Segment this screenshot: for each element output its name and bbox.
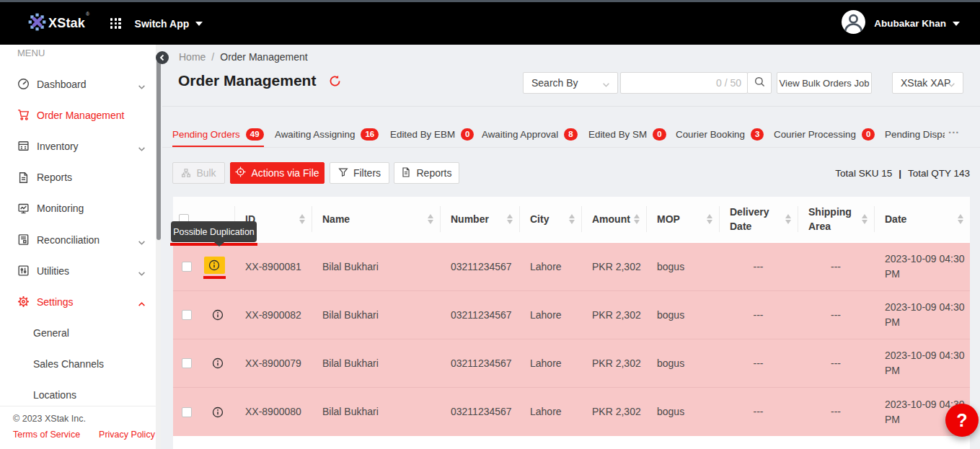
tab-courier-booking[interactable]: Courier Booking 3 [676,121,764,148]
terms-of-service-link[interactable]: Terms of Service [13,430,80,440]
column-header-shipping-area[interactable]: Shipping Area [798,197,874,241]
cell-number: 03211234567 [440,339,519,387]
sidebar-item-reports[interactable]: Reports [0,162,156,193]
more-tabs-button[interactable]: ... [948,123,960,135]
sort-icon[interactable] [566,214,575,224]
sidebar-item-order-management[interactable]: Order Management [0,99,156,130]
sidebar-item-reconciliation[interactable]: Reconciliation [0,224,156,255]
tab-edited-by-sm[interactable]: Edited By SM 0 [588,121,666,148]
sort-icon[interactable] [296,214,305,224]
search-by-select[interactable]: Search By [523,72,618,94]
sidebar-item-label: Sales Channels [33,358,104,370]
table-row[interactable]: XX-8900080 Bilal Bukhari 03211234567 Lah… [173,388,970,436]
sidebar-item-settings[interactable]: Settings [0,286,156,317]
help-button[interactable]: ? [945,404,979,437]
search-button[interactable] [747,72,772,94]
cell-name: Bilal Bukhari [312,339,440,387]
sidebar-item-label: Locations [33,389,76,401]
cell-delivery-date: --- [719,339,798,387]
cell-city: Lahore [519,339,581,387]
sidebar-item-sales-channels[interactable]: Sales Channels [0,349,156,380]
sidebar-item-general[interactable]: General [0,318,156,349]
cell-amount: PKR 2,302 [581,339,646,387]
sidebar-item-inventory[interactable]: Inventory [0,130,156,161]
dashboard-icon [17,78,30,90]
tab-courier-processing[interactable]: Courier Processing 0 [774,121,875,148]
user-menu[interactable]: Abubakar Khan [842,2,960,45]
cell-amount: PKR 2,302 [581,291,646,339]
bulk-button[interactable]: Bulk [172,162,225,184]
sidebar-item-utilities[interactable]: Utilities [0,255,156,286]
column-header-amount[interactable]: Amount [581,197,646,241]
column-header-date[interactable]: Date [874,197,970,241]
table-header: ID Name Number City Amount MOP Delivery … [173,197,970,241]
row-checkbox[interactable] [182,262,192,272]
duplication-info-icon[interactable] [207,306,228,324]
tab-label: Awaiting Approval [482,129,558,140]
column-header-delivery-date[interactable]: Delivery Date [719,197,798,241]
filters-button[interactable]: Filters [330,162,389,184]
column-header-mop[interactable]: MOP [646,197,719,241]
sidebar-item-monitoring[interactable]: Monitoring [0,193,156,224]
app-screen: XStak® Switch App Abubakar Khan [0,0,980,449]
row-checkbox[interactable] [182,358,192,368]
orders-table: ID Name Number City Amount MOP Delivery … [173,197,970,449]
column-header-number[interactable]: Number [440,197,519,241]
row-checkbox[interactable] [182,407,192,417]
possible-duplication-tooltip: Possible Duplication [171,221,257,242]
cell-mop: bogus [646,243,719,290]
actions-via-file-button[interactable]: Actions via File [230,162,325,184]
view-bulk-orders-button[interactable]: View Bulk Orders Job [777,72,872,94]
privacy-policy-link[interactable]: Privacy Policy [99,430,155,440]
brand-logo[interactable]: XStak® [28,2,89,45]
app-select[interactable]: XStak XAP [892,72,963,94]
sort-icon[interactable] [859,214,868,224]
tab-awaiting-assigning[interactable]: Awaiting Assigning 16 [275,121,379,148]
reports-button[interactable]: Reports [394,162,459,184]
app-switcher[interactable]: Switch App [110,2,203,45]
sidebar-footer: © 2023 XStak Inc. Terms of Service Priva… [0,406,156,449]
refresh-icon[interactable] [329,75,341,87]
cell-amount: PKR 2,302 [581,388,646,436]
totals-separator: | [899,168,901,179]
duplication-info-icon[interactable] [207,355,228,372]
cell-id: XX-8900079 [234,339,312,387]
cell-date: 2023-10-09 04:30 PM [874,339,970,387]
sort-icon[interactable] [955,214,963,224]
sidebar-scrollbar-thumb[interactable] [156,60,161,240]
inventory-icon [17,140,30,152]
breadcrumb-home-link[interactable]: Home [179,51,206,63]
tab-pending-dispatch[interactable]: Pending Dispatch [885,121,945,148]
sort-icon[interactable] [782,214,791,224]
cell-shipping-area: --- [798,291,874,339]
monitoring-icon [17,203,30,215]
cell-id: XX-8900081 [234,243,312,290]
cell-date: 2023-10-09 04:30 PM [874,291,970,339]
sort-icon[interactable] [704,214,712,224]
sort-icon[interactable] [504,214,513,224]
sidebar-collapse-button[interactable] [156,51,169,64]
duplication-info-icon[interactable] [204,257,225,274]
search-input[interactable] [629,77,716,89]
duplication-info-icon[interactable] [207,404,228,421]
tab-awaiting-approval[interactable]: Awaiting Approval 8 [482,121,578,148]
sidebar-scrollbar[interactable] [156,45,161,449]
sidebar-item-label: Dashboard [37,79,87,90]
sort-icon[interactable] [425,214,433,224]
column-header-name[interactable]: Name [312,197,440,241]
total-qty: Total QTY 143 [908,168,970,179]
bulk-button-label: Bulk [196,167,216,179]
row-checkbox[interactable] [182,310,192,320]
cell-shipping-area: --- [798,243,874,290]
tab-pending-orders[interactable]: Pending Orders 49 [172,121,264,148]
cell-amount: PKR 2,302 [581,243,646,290]
sidebar-item-dashboard[interactable]: Dashboard [0,68,156,99]
table-row[interactable]: XX-8900082 Bilal Bukhari 03211234567 Lah… [173,291,970,339]
file-icon [401,167,411,179]
sort-icon[interactable] [631,214,640,224]
table-row[interactable]: XX-8900079 Bilal Bukhari 03211234567 Lah… [173,339,970,388]
column-header-city[interactable]: City [519,197,581,241]
tab-edited-by-ebm[interactable]: Edited By EBM 0 [390,121,474,148]
xstak-logo-icon [28,13,46,34]
table-row[interactable]: XX-8900081 Bilal Bukhari 03211234567 Lah… [173,243,970,291]
